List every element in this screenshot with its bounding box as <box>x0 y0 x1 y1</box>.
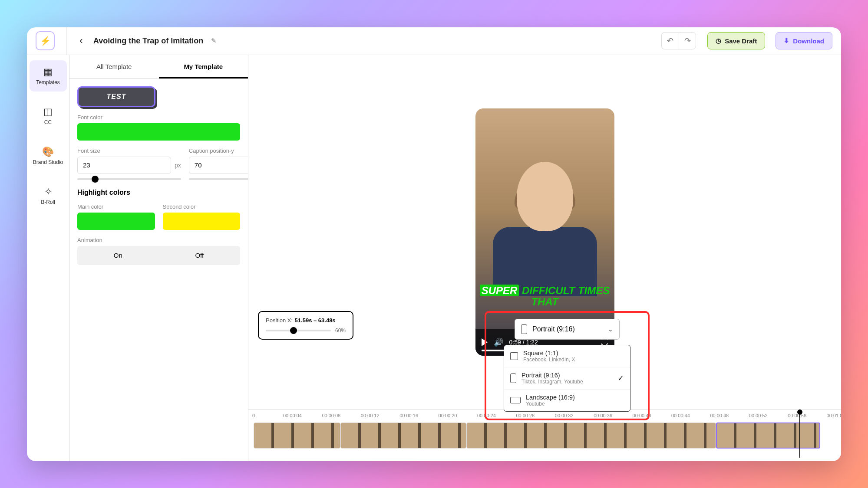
aspect-ratio-select[interactable]: Portrait (9:16) ⌄ <box>515 319 620 340</box>
template-panel: All Template My Template TEST Font color… <box>69 55 248 461</box>
sidebar-item-brand-studio[interactable]: 🎨 Brand Studio <box>30 140 67 171</box>
font-color-field: Font color <box>77 114 240 141</box>
font-size-slider[interactable] <box>77 178 181 180</box>
timeline-tick: 00:00:16 <box>399 413 418 418</box>
square-icon <box>510 352 518 360</box>
back-button[interactable]: ‹ <box>75 35 87 47</box>
animation-field: Animation On Off <box>77 237 240 265</box>
animation-on[interactable]: On <box>77 246 159 265</box>
timeline-tick: 00:00:48 <box>710 413 729 418</box>
timeline-tick: 00:00:08 <box>322 413 340 418</box>
aspect-ratio-highlight: Portrait (9:16) ⌄ Square (1:1) Facebook,… <box>485 311 650 420</box>
landscape-icon <box>510 397 521 403</box>
timeline-tick: 0 <box>252 413 255 418</box>
caption-overlay: SUPER DIFFICULT TIMES THAT <box>475 285 614 308</box>
save-draft-button[interactable]: ◷ Save Draft <box>707 32 765 49</box>
save-label: Save Draft <box>725 37 757 45</box>
position-x-slider[interactable] <box>266 330 331 331</box>
sidebar-item-cc[interactable]: ◫ CC <box>30 100 67 131</box>
aspect-ratio-dropdown: Square (1:1) Facebook, LinkedIn, X Portr… <box>504 345 630 412</box>
canvas: SUPER DIFFICULT TIMES THAT 🔊 0:59 / 1:22… <box>248 55 841 461</box>
ratio-opt-label: Portrait (9:16) <box>521 372 612 379</box>
timeline-segment[interactable] <box>254 422 340 449</box>
tab-my-template[interactable]: My Template <box>159 55 248 78</box>
timeline-tick: 00:00:56 <box>788 413 806 418</box>
download-label: Download <box>793 37 824 45</box>
caption-y-slider[interactable] <box>189 178 248 180</box>
ratio-opt-sub: Tiktok, Instagram, Youtube <box>521 379 612 385</box>
ratio-opt-sub: Youtube <box>526 401 624 407</box>
caption-y-label: Caption position-y <box>189 147 248 154</box>
download-button[interactable]: ⬇ Download <box>776 32 832 49</box>
edit-title-icon[interactable]: ✎ <box>211 37 217 45</box>
position-x-pct: 60% <box>335 328 346 334</box>
download-icon: ⬇ <box>784 37 789 45</box>
main-color-swatch[interactable] <box>77 213 155 230</box>
caption-y-field: Caption position-y % <box>189 147 248 180</box>
position-x-popup: Position X: 51.59s – 63.48s 60% <box>258 311 353 340</box>
second-color-swatch[interactable] <box>163 213 241 230</box>
tab-all-template[interactable]: All Template <box>69 55 159 78</box>
timeline-tick: 00:01:00 <box>827 413 841 418</box>
palette-icon: 🎨 <box>42 146 54 157</box>
position-x-label: Position X: <box>266 317 293 324</box>
ratio-opt-sub: Facebook, LinkedIn, X <box>523 357 624 363</box>
animation-toggle: On Off <box>77 246 240 265</box>
timeline-segment[interactable] <box>340 422 466 449</box>
undo-button[interactable]: ↶ <box>661 32 679 49</box>
cc-icon: ◫ <box>43 106 53 118</box>
redo-button[interactable]: ↷ <box>679 32 696 49</box>
ratio-opt-label: Landscape (16:9) <box>526 394 624 401</box>
timeline-tick: 00:00:12 <box>361 413 380 418</box>
ratio-opt-label: Square (1:1) <box>523 350 624 357</box>
font-size-field: Font size px <box>77 147 181 180</box>
timeline-segment[interactable] <box>466 422 716 449</box>
panel-tabs: All Template My Template <box>69 55 248 79</box>
font-size-input[interactable] <box>77 157 171 174</box>
wand-icon: ✧ <box>44 186 52 197</box>
template-preview-button[interactable]: TEST <box>77 86 155 107</box>
aspect-ratio-option-landscape[interactable]: Landscape (16:9) Youtube <box>504 389 630 411</box>
body: ▦ Templates ◫ CC 🎨 Brand Studio ✧ B-Roll… <box>27 55 841 461</box>
history-buttons: ↶ ↷ <box>661 32 696 49</box>
highlight-title: Highlight colors <box>77 189 240 197</box>
position-x-range: 51.59s – 63.48s <box>295 317 336 324</box>
sidebar-label: B-Roll <box>41 199 55 205</box>
aspect-ratio-option-square[interactable]: Square (1:1) Facebook, LinkedIn, X <box>504 345 630 367</box>
second-color-field: Second color <box>163 203 241 230</box>
sidebar-label: Templates <box>36 79 60 85</box>
preview-area: SUPER DIFFICULT TIMES THAT 🔊 0:59 / 1:22… <box>248 55 841 409</box>
grid-icon: ▦ <box>43 66 53 78</box>
portrait-icon <box>521 324 527 334</box>
sidebar-item-templates[interactable]: ▦ Templates <box>30 60 67 92</box>
font-color-swatch[interactable] <box>77 123 240 141</box>
chevron-down-icon: ⌄ <box>608 326 613 333</box>
sidebar-label: Brand Studio <box>33 159 63 165</box>
panel-body: TEST Font color Font size px <box>69 79 248 273</box>
second-color-label: Second color <box>163 203 241 210</box>
aspect-ratio-selected: Portrait (9:16) <box>532 325 575 333</box>
sidebar: ▦ Templates ◫ CC 🎨 Brand Studio ✧ B-Roll <box>27 55 69 461</box>
timeline-tick: 00:00:52 <box>749 413 768 418</box>
person-illustration <box>497 157 593 296</box>
font-color-label: Font color <box>77 114 240 121</box>
caption-text-2: THAT <box>531 296 558 308</box>
sidebar-item-broll[interactable]: ✧ B-Roll <box>30 180 67 211</box>
topbar: ⚡ ‹ Avoiding the Trap of Imitation ✎ ↶ ↷… <box>27 27 841 55</box>
aspect-ratio-option-portrait[interactable]: Portrait (9:16) Tiktok, Instagram, Youtu… <box>504 367 630 389</box>
timeline-segment[interactable] <box>716 422 820 449</box>
app-logo: ⚡ <box>36 31 55 50</box>
sidebar-label: CC <box>44 119 52 125</box>
animation-label: Animation <box>77 237 240 243</box>
font-size-unit: px <box>175 162 181 169</box>
animation-off[interactable]: Off <box>159 246 241 265</box>
timeline-tick: 00:00:20 <box>439 413 457 418</box>
timeline-tick: 00:00:44 <box>671 413 690 418</box>
portrait-icon <box>510 373 516 383</box>
caption-y-input[interactable] <box>189 157 248 174</box>
divider <box>66 27 66 55</box>
app-window: ⚡ ‹ Avoiding the Trap of Imitation ✎ ↶ ↷… <box>27 27 841 461</box>
page-title: Avoiding the Trap of Imitation <box>93 36 203 46</box>
playhead[interactable] <box>799 412 800 458</box>
clock-icon: ◷ <box>716 37 721 45</box>
